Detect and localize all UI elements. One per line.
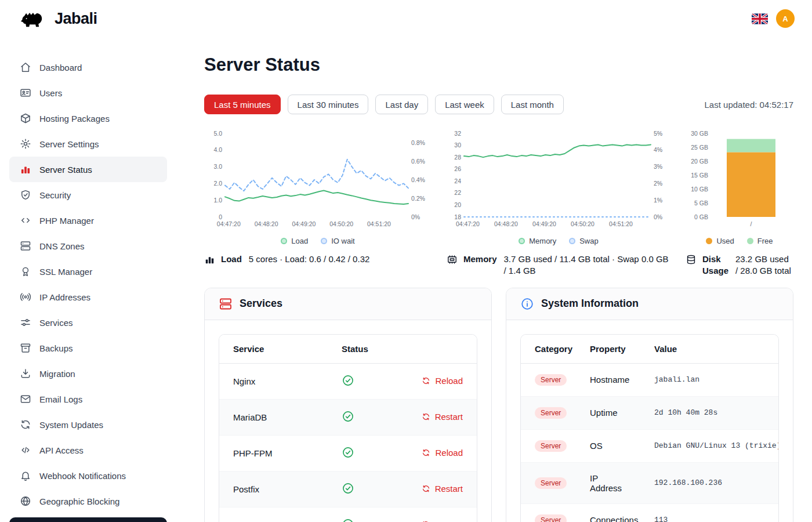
svg-text:15 GB: 15 GB [691, 172, 708, 179]
sidebar-item-webhook-notifications[interactable]: Webhook Notifications [9, 463, 167, 488]
sidebar-item-services[interactable]: Services [9, 310, 167, 335]
sidebar-item-geographic-blocking[interactable]: Geographic Blocking [9, 488, 167, 514]
service-name: PHP-FPM [219, 435, 328, 471]
svg-text:04:47:20: 04:47:20 [456, 220, 480, 227]
property-value: jabali.lan [640, 363, 778, 396]
service-action-restart[interactable]: Restart [422, 520, 463, 522]
service-action-reload[interactable]: Reload [422, 448, 463, 458]
sidebar-item-ip-addresses[interactable]: IP Addresses [9, 284, 167, 310]
rotate-icon [20, 419, 31, 430]
refresh-icon [422, 412, 430, 421]
svg-text:04:50:20: 04:50:20 [329, 220, 353, 227]
stat-label: Memory [463, 253, 497, 265]
svg-text:5%: 5% [654, 130, 662, 137]
charts-row: 5.04.03.02.01.000.8%0.6%0.4%0.2%0%04:47:… [204, 130, 793, 245]
time-range-controls: Last 5 minutesLast 30 minutesLast dayLas… [204, 95, 793, 114]
svg-text:30: 30 [454, 142, 461, 148]
refresh-icon [422, 484, 430, 493]
legend-item-used: Used [706, 237, 734, 245]
svg-text:0 GB: 0 GB [694, 213, 708, 220]
service-row-mariadb: MariaDB Restart [219, 399, 477, 435]
category-badge: Server [535, 477, 567, 489]
sidebar-item-label: DNS Zones [39, 241, 85, 251]
dns-icon [20, 240, 31, 252]
sidebar-item-ssl-manager[interactable]: SSL Manager [9, 259, 167, 284]
status-ok-icon [342, 410, 354, 423]
download-icon [20, 368, 31, 379]
system-row-ip-address: Server IP Address 192.168.100.236 [521, 462, 778, 503]
service-action-restart[interactable]: Restart [422, 484, 463, 494]
sidebar-item-label: Dashboard [39, 63, 82, 72]
range-button-last-5-minutes[interactable]: Last 5 minutes [204, 95, 281, 114]
services-table: Service Status Nginx Reload MariaDB Rest… [219, 335, 477, 522]
svg-text:04:49:20: 04:49:20 [532, 220, 556, 227]
legend-item-load: Load [281, 237, 308, 245]
service-action-restart[interactable]: Restart [422, 412, 463, 422]
archive-icon [20, 342, 31, 354]
api-icon [20, 444, 31, 456]
header-right: A [752, 9, 795, 28]
globe-icon [20, 495, 31, 507]
service-name: MariaDB [219, 399, 328, 435]
sidebar-item-system-updates[interactable]: System Updates [9, 412, 167, 437]
svg-text:32: 32 [454, 130, 461, 137]
refresh-icon [422, 448, 430, 457]
system-col-value: Value [640, 335, 778, 364]
stat-label: Load [221, 253, 242, 265]
svg-text:20 GB: 20 GB [691, 158, 708, 165]
service-row-dovecot: Dovecot Restart [219, 507, 477, 522]
sidebar: Dashboard Users Hosting Packages Server … [0, 37, 176, 522]
property-name: OS [576, 429, 640, 462]
sidebar-item-email-logs[interactable]: Email Logs [9, 386, 167, 412]
sidebar-item-server-settings[interactable]: Server Settings [9, 131, 167, 157]
svg-text:04:48:20: 04:48:20 [255, 220, 278, 227]
sidebar-item-dashboard[interactable]: Dashboard [9, 55, 167, 80]
sidebar-item-label: Server Settings [39, 139, 99, 149]
sidebar-item-php-manager[interactable]: PHP Manager [9, 208, 167, 233]
range-button-last-30-minutes[interactable]: Last 30 minutes [288, 95, 369, 114]
uk-flag-icon[interactable] [752, 13, 768, 24]
legend-item-swap: Swap [569, 237, 599, 245]
svg-text:26: 26 [454, 165, 461, 172]
last-updated: Last updated: 04:52:17 [705, 100, 793, 110]
memory-chart-column: 32302826242220185%4%3%2%1%0%04:47:2004:4… [447, 130, 670, 245]
sidebar-item-label: Migration [39, 369, 75, 379]
page-title: Server Status [204, 55, 793, 75]
sidebar-item-server-status[interactable]: Server Status [9, 157, 167, 182]
sidebar-item-migration[interactable]: Migration [9, 361, 167, 386]
sidebar-item-label: Security [39, 190, 71, 200]
property-name: IP Address [576, 462, 640, 503]
svg-text:04:51:20: 04:51:20 [367, 220, 391, 227]
sidebar-item-security[interactable]: Security [9, 182, 167, 208]
svg-text:/: / [751, 220, 752, 227]
svg-text:10 GB: 10 GB [691, 186, 708, 193]
sidebar-item-dns-zones[interactable]: DNS Zones [9, 233, 167, 259]
sidebar-item-api-access[interactable]: API Access [9, 437, 167, 463]
service-action-reload[interactable]: Reload [422, 376, 463, 386]
range-button-last-month[interactable]: Last month [501, 95, 564, 114]
svg-text:0%: 0% [654, 213, 662, 220]
sidebar-item-label: Users [39, 88, 62, 98]
mail-icon [20, 393, 31, 405]
sliders-icon [20, 317, 31, 328]
sidebar-item-backups[interactable]: Backups [9, 335, 167, 361]
system-row-uptime: Server Uptime 2d 10h 40m 28s [521, 396, 778, 429]
stat-value: 3.7 GB used / 11.4 GB total · Swap 0.0 G… [504, 253, 670, 277]
status-ok-icon [342, 446, 354, 459]
load-chart-column: 5.04.03.02.01.000.8%0.6%0.4%0.2%0%04:47:… [204, 130, 432, 245]
range-button-last-day[interactable]: Last day [375, 95, 428, 114]
property-value: 113 [640, 503, 778, 522]
system-col-property: Property [576, 335, 640, 364]
sidebar-footer-button[interactable] [9, 517, 167, 522]
load-legend: LoadIO wait [204, 237, 432, 245]
svg-text:04:48:20: 04:48:20 [494, 220, 518, 227]
avatar[interactable]: A [776, 9, 795, 28]
range-button-last-week[interactable]: Last week [435, 95, 494, 114]
box-icon [20, 113, 31, 124]
services-card-body: Service Status Nginx Reload MariaDB Rest… [205, 320, 491, 522]
brand-name: Jabali [55, 10, 97, 28]
sidebar-item-hosting-packages[interactable]: Hosting Packages [9, 106, 167, 131]
boar-logo-icon [17, 8, 49, 29]
sidebar-item-label: SSL Manager [39, 267, 92, 277]
sidebar-item-users[interactable]: Users [9, 80, 167, 106]
